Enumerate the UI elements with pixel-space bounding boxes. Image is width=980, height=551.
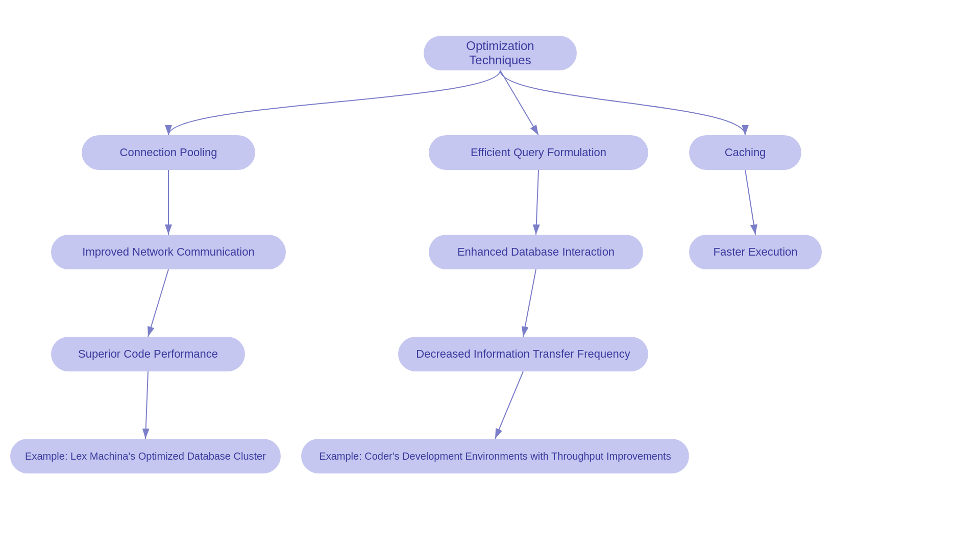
node-superior-code-label: Superior Code Performance bbox=[78, 347, 218, 361]
svg-line-4 bbox=[536, 170, 538, 235]
node-faster-exec: Faster Execution bbox=[689, 235, 822, 269]
node-example-lex: Example: Lex Machina's Optimized Databas… bbox=[10, 439, 281, 473]
node-decreased-info-label: Decreased Information Transfer Frequency bbox=[416, 347, 630, 361]
svg-line-2 bbox=[148, 269, 168, 337]
node-improved-network-label: Improved Network Communication bbox=[82, 245, 254, 259]
node-root-label: Optimization Techniques bbox=[438, 39, 562, 67]
node-root: Optimization Techniques bbox=[424, 36, 577, 70]
svg-line-3 bbox=[145, 371, 148, 439]
node-enhanced-db-label: Enhanced Database Interaction bbox=[457, 245, 615, 259]
node-example-coder: Example: Coder's Development Environment… bbox=[301, 439, 689, 473]
node-enhanced-db: Enhanced Database Interaction bbox=[429, 235, 643, 269]
node-improved-network: Improved Network Communication bbox=[51, 235, 286, 269]
node-efficient-query-label: Efficient Query Formulation bbox=[471, 146, 606, 159]
svg-line-6 bbox=[495, 371, 523, 439]
node-efficient-query: Efficient Query Formulation bbox=[429, 135, 648, 170]
node-connection-pooling-label: Connection Pooling bbox=[120, 146, 217, 159]
node-example-coder-label: Example: Coder's Development Environment… bbox=[319, 450, 671, 462]
diagram-container: Optimization Techniques Connection Pooli… bbox=[0, 0, 980, 551]
node-caching-label: Caching bbox=[725, 146, 766, 159]
node-example-lex-label: Example: Lex Machina's Optimized Databas… bbox=[25, 450, 266, 462]
node-faster-exec-label: Faster Execution bbox=[713, 245, 797, 259]
node-connection-pooling: Connection Pooling bbox=[82, 135, 255, 170]
node-decreased-info: Decreased Information Transfer Frequency bbox=[398, 337, 648, 371]
svg-line-5 bbox=[523, 269, 536, 337]
node-superior-code: Superior Code Performance bbox=[51, 337, 245, 371]
svg-line-7 bbox=[745, 170, 755, 235]
node-caching: Caching bbox=[689, 135, 801, 170]
